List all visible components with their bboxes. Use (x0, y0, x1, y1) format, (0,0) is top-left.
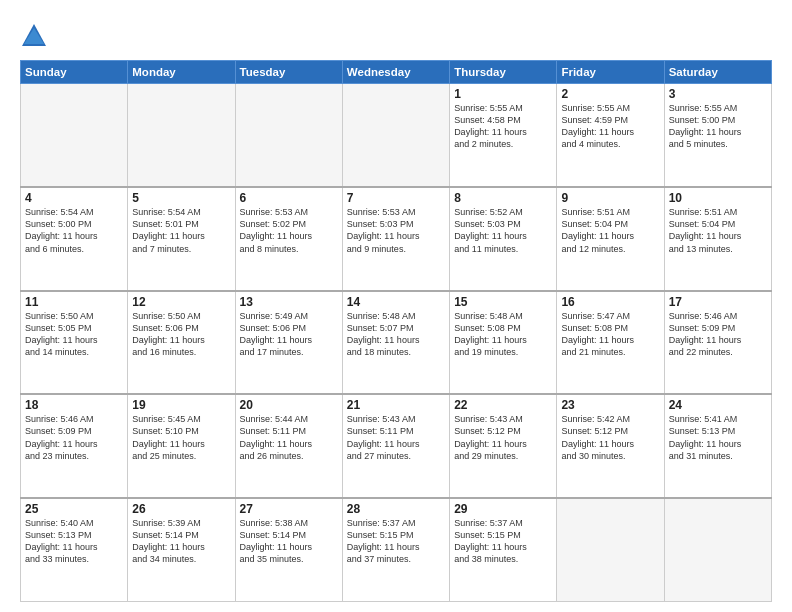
logo-icon (20, 22, 48, 50)
day-number: 21 (347, 398, 445, 412)
day-number: 19 (132, 398, 230, 412)
day-header: Thursday (450, 61, 557, 84)
day-info: Sunrise: 5:50 AM Sunset: 5:05 PM Dayligh… (25, 310, 123, 359)
calendar-week-row: 4Sunrise: 5:54 AM Sunset: 5:00 PM Daylig… (21, 187, 772, 291)
day-info: Sunrise: 5:39 AM Sunset: 5:14 PM Dayligh… (132, 517, 230, 566)
calendar-week-row: 25Sunrise: 5:40 AM Sunset: 5:13 PM Dayli… (21, 498, 772, 602)
day-info: Sunrise: 5:53 AM Sunset: 5:02 PM Dayligh… (240, 206, 338, 255)
calendar-cell: 21Sunrise: 5:43 AM Sunset: 5:11 PM Dayli… (342, 394, 449, 498)
calendar-cell: 22Sunrise: 5:43 AM Sunset: 5:12 PM Dayli… (450, 394, 557, 498)
calendar-cell: 7Sunrise: 5:53 AM Sunset: 5:03 PM Daylig… (342, 187, 449, 291)
day-number: 20 (240, 398, 338, 412)
calendar-cell: 28Sunrise: 5:37 AM Sunset: 5:15 PM Dayli… (342, 498, 449, 602)
day-number: 2 (561, 87, 659, 101)
calendar-cell: 15Sunrise: 5:48 AM Sunset: 5:08 PM Dayli… (450, 291, 557, 395)
day-info: Sunrise: 5:53 AM Sunset: 5:03 PM Dayligh… (347, 206, 445, 255)
day-info: Sunrise: 5:55 AM Sunset: 5:00 PM Dayligh… (669, 102, 767, 151)
calendar-week-row: 1Sunrise: 5:55 AM Sunset: 4:58 PM Daylig… (21, 84, 772, 188)
day-number: 18 (25, 398, 123, 412)
day-info: Sunrise: 5:52 AM Sunset: 5:03 PM Dayligh… (454, 206, 552, 255)
day-number: 15 (454, 295, 552, 309)
day-info: Sunrise: 5:49 AM Sunset: 5:06 PM Dayligh… (240, 310, 338, 359)
calendar-cell (235, 84, 342, 188)
day-info: Sunrise: 5:47 AM Sunset: 5:08 PM Dayligh… (561, 310, 659, 359)
calendar-cell: 23Sunrise: 5:42 AM Sunset: 5:12 PM Dayli… (557, 394, 664, 498)
calendar-cell: 24Sunrise: 5:41 AM Sunset: 5:13 PM Dayli… (664, 394, 771, 498)
day-number: 10 (669, 191, 767, 205)
day-info: Sunrise: 5:48 AM Sunset: 5:08 PM Dayligh… (454, 310, 552, 359)
day-info: Sunrise: 5:37 AM Sunset: 5:15 PM Dayligh… (347, 517, 445, 566)
day-info: Sunrise: 5:55 AM Sunset: 4:58 PM Dayligh… (454, 102, 552, 151)
day-header: Sunday (21, 61, 128, 84)
day-info: Sunrise: 5:51 AM Sunset: 5:04 PM Dayligh… (669, 206, 767, 255)
day-info: Sunrise: 5:50 AM Sunset: 5:06 PM Dayligh… (132, 310, 230, 359)
calendar-cell (21, 84, 128, 188)
calendar-cell: 10Sunrise: 5:51 AM Sunset: 5:04 PM Dayli… (664, 187, 771, 291)
day-number: 1 (454, 87, 552, 101)
day-number: 28 (347, 502, 445, 516)
calendar-cell: 29Sunrise: 5:37 AM Sunset: 5:15 PM Dayli… (450, 498, 557, 602)
day-info: Sunrise: 5:45 AM Sunset: 5:10 PM Dayligh… (132, 413, 230, 462)
day-header: Tuesday (235, 61, 342, 84)
day-number: 23 (561, 398, 659, 412)
day-header: Friday (557, 61, 664, 84)
calendar-cell: 25Sunrise: 5:40 AM Sunset: 5:13 PM Dayli… (21, 498, 128, 602)
calendar-cell: 18Sunrise: 5:46 AM Sunset: 5:09 PM Dayli… (21, 394, 128, 498)
day-number: 16 (561, 295, 659, 309)
day-info: Sunrise: 5:51 AM Sunset: 5:04 PM Dayligh… (561, 206, 659, 255)
calendar-header-row: SundayMondayTuesdayWednesdayThursdayFrid… (21, 61, 772, 84)
svg-marker-1 (24, 28, 44, 44)
day-number: 27 (240, 502, 338, 516)
day-info: Sunrise: 5:48 AM Sunset: 5:07 PM Dayligh… (347, 310, 445, 359)
day-info: Sunrise: 5:46 AM Sunset: 5:09 PM Dayligh… (25, 413, 123, 462)
day-info: Sunrise: 5:54 AM Sunset: 5:00 PM Dayligh… (25, 206, 123, 255)
day-info: Sunrise: 5:40 AM Sunset: 5:13 PM Dayligh… (25, 517, 123, 566)
calendar-cell: 5Sunrise: 5:54 AM Sunset: 5:01 PM Daylig… (128, 187, 235, 291)
calendar-cell: 9Sunrise: 5:51 AM Sunset: 5:04 PM Daylig… (557, 187, 664, 291)
day-number: 8 (454, 191, 552, 205)
calendar-cell (664, 498, 771, 602)
day-number: 3 (669, 87, 767, 101)
header (20, 18, 772, 50)
day-number: 25 (25, 502, 123, 516)
day-header: Saturday (664, 61, 771, 84)
day-info: Sunrise: 5:55 AM Sunset: 4:59 PM Dayligh… (561, 102, 659, 151)
day-number: 6 (240, 191, 338, 205)
calendar-cell: 20Sunrise: 5:44 AM Sunset: 5:11 PM Dayli… (235, 394, 342, 498)
calendar-cell (342, 84, 449, 188)
calendar-cell: 27Sunrise: 5:38 AM Sunset: 5:14 PM Dayli… (235, 498, 342, 602)
day-number: 24 (669, 398, 767, 412)
calendar-cell: 13Sunrise: 5:49 AM Sunset: 5:06 PM Dayli… (235, 291, 342, 395)
day-info: Sunrise: 5:44 AM Sunset: 5:11 PM Dayligh… (240, 413, 338, 462)
day-number: 26 (132, 502, 230, 516)
day-number: 29 (454, 502, 552, 516)
day-number: 14 (347, 295, 445, 309)
calendar-cell: 14Sunrise: 5:48 AM Sunset: 5:07 PM Dayli… (342, 291, 449, 395)
calendar-cell: 1Sunrise: 5:55 AM Sunset: 4:58 PM Daylig… (450, 84, 557, 188)
page: SundayMondayTuesdayWednesdayThursdayFrid… (0, 0, 792, 612)
day-number: 11 (25, 295, 123, 309)
day-number: 5 (132, 191, 230, 205)
day-header: Monday (128, 61, 235, 84)
day-number: 13 (240, 295, 338, 309)
calendar-cell: 19Sunrise: 5:45 AM Sunset: 5:10 PM Dayli… (128, 394, 235, 498)
day-number: 4 (25, 191, 123, 205)
day-info: Sunrise: 5:54 AM Sunset: 5:01 PM Dayligh… (132, 206, 230, 255)
day-number: 22 (454, 398, 552, 412)
calendar-cell (128, 84, 235, 188)
day-info: Sunrise: 5:38 AM Sunset: 5:14 PM Dayligh… (240, 517, 338, 566)
day-number: 17 (669, 295, 767, 309)
day-info: Sunrise: 5:37 AM Sunset: 5:15 PM Dayligh… (454, 517, 552, 566)
logo (20, 22, 52, 50)
calendar-cell: 12Sunrise: 5:50 AM Sunset: 5:06 PM Dayli… (128, 291, 235, 395)
calendar-cell: 2Sunrise: 5:55 AM Sunset: 4:59 PM Daylig… (557, 84, 664, 188)
day-info: Sunrise: 5:43 AM Sunset: 5:11 PM Dayligh… (347, 413, 445, 462)
calendar-week-row: 11Sunrise: 5:50 AM Sunset: 5:05 PM Dayli… (21, 291, 772, 395)
calendar-cell: 17Sunrise: 5:46 AM Sunset: 5:09 PM Dayli… (664, 291, 771, 395)
day-header: Wednesday (342, 61, 449, 84)
calendar-cell: 4Sunrise: 5:54 AM Sunset: 5:00 PM Daylig… (21, 187, 128, 291)
calendar: SundayMondayTuesdayWednesdayThursdayFrid… (20, 60, 772, 602)
day-number: 7 (347, 191, 445, 205)
calendar-cell: 11Sunrise: 5:50 AM Sunset: 5:05 PM Dayli… (21, 291, 128, 395)
calendar-week-row: 18Sunrise: 5:46 AM Sunset: 5:09 PM Dayli… (21, 394, 772, 498)
